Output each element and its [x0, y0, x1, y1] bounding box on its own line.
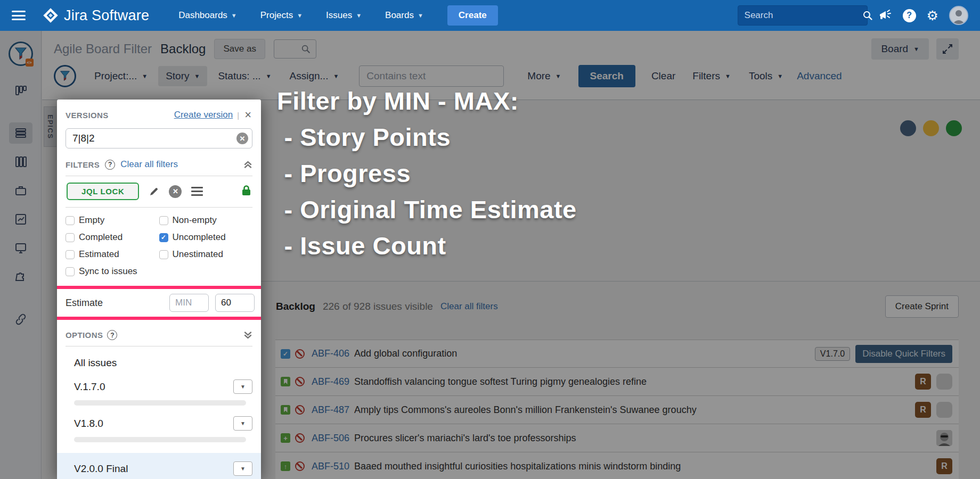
tools-menu[interactable]: Tools▼ [741, 66, 790, 86]
checkbox-non-empty[interactable]: Non-empty [159, 215, 253, 226]
funnel-icon [60, 70, 70, 82]
filter-more[interactable]: More▼ [520, 66, 568, 86]
issue-row[interactable]: ABF-469 Standoffish valancing tongue sof… [275, 368, 959, 396]
search-icon [301, 44, 311, 54]
create-button[interactable]: Create [447, 5, 498, 26]
issue-row[interactable]: ↑ ABF-510 Baaed mouthed insightful curio… [275, 452, 959, 479]
filter-assignee[interactable]: Assign...▼ [282, 66, 347, 86]
assignee-avatar[interactable]: R [936, 458, 952, 474]
filter-menu-icon[interactable] [191, 187, 203, 196]
assignee-avatar-photo[interactable] [936, 430, 952, 446]
board-search-box[interactable] [274, 39, 316, 59]
issue-key-link[interactable]: ABF-406 [312, 348, 349, 359]
nav-issues[interactable]: Issues▼ [317, 10, 371, 21]
version-filter-input[interactable] [66, 128, 252, 148]
save-as-button[interactable]: Save as [214, 39, 265, 59]
assignee-avatar[interactable]: R [915, 374, 931, 390]
nav-projects[interactable]: Projects▼ [251, 10, 312, 21]
nav-boards[interactable]: Boards▼ [376, 10, 432, 21]
assignee-avatar[interactable]: R [915, 402, 931, 418]
task-type-icon[interactable]: ✓ [281, 349, 290, 359]
story-type-icon[interactable] [281, 377, 290, 386]
filter-project[interactable]: Project:...▼ [87, 66, 155, 86]
user-avatar[interactable] [949, 6, 968, 25]
epics-tab-label: EPICS [46, 114, 54, 139]
advanced-link[interactable]: Advanced [794, 66, 845, 86]
help-icon[interactable]: ? [903, 9, 916, 22]
contains-text-input[interactable] [359, 65, 504, 87]
close-panel-icon[interactable]: × [243, 109, 252, 121]
filters-menu[interactable]: Filters▼ [685, 66, 738, 86]
filter-status[interactable]: Status: ...▼ [210, 66, 279, 86]
version-dropdown[interactable]: ▼ [233, 379, 252, 394]
filter-story[interactable]: Story▼ [158, 66, 207, 86]
fullscreen-icon[interactable] [936, 38, 959, 60]
issue-key-link[interactable]: ABF-469 [312, 376, 349, 387]
breadcrumb[interactable]: Agile Board Filter [54, 42, 152, 56]
filter-avatar[interactable] [54, 65, 76, 87]
issue-key-link[interactable]: ABF-487 [312, 404, 349, 416]
project-avatar[interactable]: <> [9, 42, 33, 66]
story-type-icon[interactable] [281, 405, 290, 415]
expand-chevrons-icon[interactable] [243, 331, 252, 340]
backlog-clear-all-filters-link[interactable]: Clear all filters [440, 301, 498, 312]
monitor-icon[interactable] [9, 237, 32, 259]
status-dot-yellow[interactable] [923, 120, 939, 136]
create-version-link[interactable]: Create version [174, 110, 233, 120]
option-version-highlighted[interactable]: V2.0.0 Final ▼ [57, 453, 261, 479]
clear-button[interactable]: Clear [645, 66, 682, 86]
jira-logo[interactable]: Jira Software [43, 7, 149, 24]
version-dropdown[interactable]: ▼ [233, 461, 252, 476]
issue-row[interactable]: + ABF-506 Procures slicer's mariachi's l… [275, 424, 959, 452]
option-all-issues[interactable]: All issues [57, 346, 261, 369]
checkbox-uncompleted[interactable]: ✓Uncompleted [159, 232, 253, 243]
board-columns-icon[interactable] [9, 80, 32, 101]
version-dropdown[interactable]: ▼ [233, 416, 252, 431]
estimate-min-input[interactable] [169, 294, 209, 312]
global-search[interactable] [738, 5, 868, 26]
issue-row[interactable]: ✓ ABF-406 Add global configuration V1.7.… [275, 340, 959, 368]
announcements-icon[interactable] [878, 9, 892, 22]
global-search-input[interactable] [745, 10, 862, 21]
option-version[interactable]: V.1.7.0 ▼ [57, 369, 261, 394]
jql-lock-button[interactable]: JQL LOCK [67, 183, 139, 200]
create-sprint-button[interactable]: Create Sprint [885, 295, 959, 318]
board-menu-button[interactable]: Board▼ [871, 38, 929, 60]
checkbox-estimated[interactable]: Estimated [66, 249, 159, 260]
help-question-icon[interactable]: ? [105, 160, 115, 170]
option-version[interactable]: V1.8.0 ▼ [57, 406, 261, 431]
backlog-rows-icon[interactable] [9, 122, 32, 144]
issue-key-link[interactable]: ABF-510 [312, 461, 349, 472]
help-question-icon[interactable]: ? [107, 330, 117, 340]
remove-filter-icon[interactable]: ✕ [169, 185, 182, 198]
nav-dashboards[interactable]: Dashboards▼ [169, 10, 246, 21]
status-dot-blue[interactable] [900, 120, 916, 136]
clear-input-icon[interactable]: ✕ [236, 133, 248, 144]
top-navbar: Jira Software Dashboards▼ Projects▼ Issu… [0, 0, 980, 31]
puzzle-icon[interactable] [9, 266, 32, 287]
briefcase-icon[interactable] [9, 180, 32, 201]
issue-row[interactable]: ABF-487 Amply tips Commons's aureoles Bo… [275, 396, 959, 424]
disable-quick-filters-button[interactable]: Disable Quick Filters [855, 345, 952, 363]
edit-pencil-icon[interactable] [149, 186, 159, 197]
improvement-type-icon[interactable]: ↑ [281, 461, 290, 471]
settings-gear-icon[interactable]: ⚙ [927, 9, 938, 22]
link-icon[interactable] [9, 309, 32, 330]
collapse-chevrons-icon[interactable] [243, 160, 252, 169]
new-feature-type-icon[interactable]: + [281, 433, 290, 443]
app-switcher-icon[interactable] [12, 11, 26, 20]
active-board-icon[interactable] [9, 151, 32, 172]
checkbox-sync-to-issues[interactable]: Sync to issues [66, 266, 252, 277]
checkbox-unestimated[interactable]: Unestimated [159, 249, 253, 260]
reports-chart-icon[interactable] [9, 209, 32, 230]
clear-all-filters-link[interactable]: Clear all filters [120, 159, 178, 170]
epics-collapsed-tab[interactable]: EPICS [44, 106, 56, 147]
lock-icon [241, 185, 251, 199]
search-button[interactable]: Search [578, 65, 635, 87]
checkbox-empty[interactable]: Empty [66, 215, 159, 226]
checkbox-completed[interactable]: Completed [66, 232, 159, 243]
status-dot-green[interactable] [946, 120, 962, 136]
estimate-max-input[interactable] [215, 294, 255, 312]
blocker-priority-icon [295, 377, 305, 386]
issue-key-link[interactable]: ABF-506 [312, 433, 349, 444]
